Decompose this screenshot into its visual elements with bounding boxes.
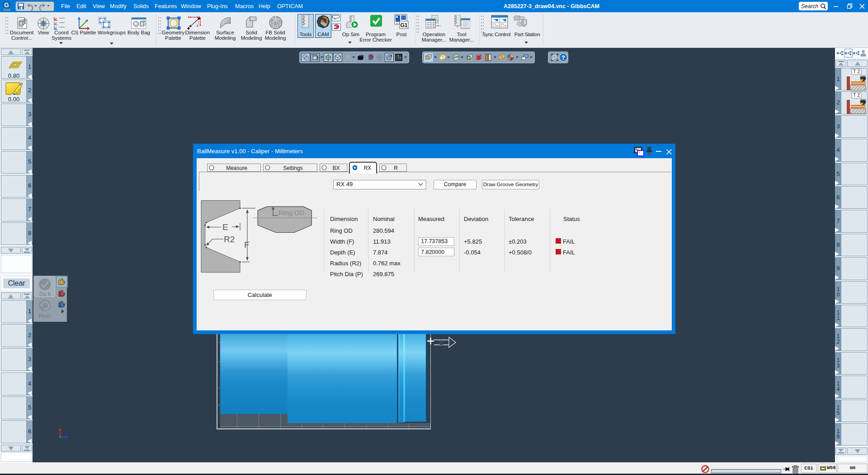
svg-text:T 2: T 2 bbox=[853, 92, 860, 98]
svg-text:E: E bbox=[222, 222, 228, 232]
svg-text:Z: Z bbox=[439, 339, 443, 346]
svg-text:G1: G1 bbox=[400, 22, 407, 28]
svg-text:T 2: T 2 bbox=[853, 69, 860, 74]
svg-text:2026: 2026 bbox=[3, 8, 10, 11]
svg-text:Ring OD: Ring OD bbox=[278, 209, 305, 216]
svg-text:?: ? bbox=[561, 54, 565, 61]
svg-text:R2: R2 bbox=[224, 235, 235, 244]
svg-text:F: F bbox=[244, 240, 250, 249]
svg-text:I: I bbox=[24, 20, 26, 25]
